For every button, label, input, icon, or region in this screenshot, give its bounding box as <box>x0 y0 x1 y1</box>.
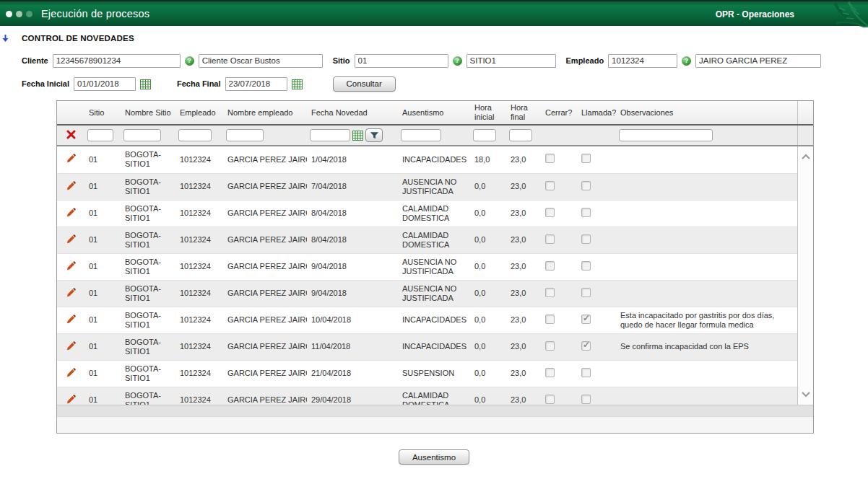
cell-observaciones: Se confirma incapacidad con la EPS <box>616 333 797 360</box>
edit-row-icon[interactable] <box>66 395 76 404</box>
cell-ausentismo: CALAMIDAD DOMESTICA <box>398 227 470 253</box>
fecha-final-calendar-icon[interactable] <box>292 79 303 89</box>
dot-icon <box>6 11 12 17</box>
cell-sitio: 01 <box>84 227 121 253</box>
cell-fecha-novedad: 10/04/2018 <box>307 307 398 333</box>
fecha-final-label: Fecha Final <box>177 79 221 88</box>
cell-hora-final: 23,0 <box>506 387 541 405</box>
cell-nombre-empleado: GARCIA PEREZ JAIRO <box>223 333 307 360</box>
grid-body: 01 BOGOTA-SITIO1 1012324 GARCIA PEREZ JA… <box>57 146 797 405</box>
consultar-button[interactable]: Consultar <box>333 76 396 92</box>
cell-hora-inicial: 0,0 <box>470 200 506 227</box>
llamada-checkbox <box>581 368 591 377</box>
cell-nombre-empleado: GARCIA PEREZ JAIRO <box>223 200 307 227</box>
fecha-final-input[interactable] <box>225 77 287 91</box>
table-row: 01 BOGOTA-SITIO1 1012324 GARCIA PEREZ JA… <box>57 200 797 227</box>
dot-icon <box>16 11 22 17</box>
cell-hora-inicial: 0,0 <box>470 280 506 307</box>
clear-filters-icon[interactable] <box>66 130 76 139</box>
cliente-code-input[interactable] <box>53 54 181 68</box>
filter-hora-final-input[interactable] <box>509 129 532 141</box>
cell-observaciones: Esta incapacitado por gastritis por dos … <box>616 307 797 333</box>
col-hora-final: Hora final <box>506 101 541 125</box>
cerrar-checkbox <box>545 181 555 190</box>
filter-funnel-button[interactable] <box>365 128 383 142</box>
cell-nombre-sitio: BOGOTA-SITIO1 <box>121 146 175 173</box>
cell-nombre-sitio: BOGOTA-SITIO1 <box>121 280 175 307</box>
empleado-name-input[interactable] <box>695 54 821 68</box>
cerrar-checkbox <box>545 368 555 377</box>
filter-hora-inicial-input[interactable] <box>473 129 496 141</box>
edit-row-icon[interactable] <box>66 368 76 377</box>
llamada-checkbox <box>581 341 591 351</box>
fecha-inicial-calendar-icon[interactable] <box>140 79 151 89</box>
edit-row-icon[interactable] <box>66 208 76 217</box>
filter-empleado-input[interactable] <box>178 129 212 141</box>
edit-row-icon[interactable] <box>66 341 76 351</box>
cell-ausentismo: CALAMIDAD DOMESTICA <box>398 387 470 405</box>
cell-hora-final: 23,0 <box>506 360 541 387</box>
filter-nombre-sitio-input[interactable] <box>123 129 161 141</box>
collapse-filters-icon[interactable] <box>1 34 9 45</box>
sitio-name-input[interactable] <box>466 54 556 68</box>
edit-row-icon[interactable] <box>66 288 76 297</box>
cerrar-checkbox <box>545 288 555 297</box>
table-row: 01 BOGOTA-SITIO1 1012324 GARCIA PEREZ JA… <box>57 253 797 280</box>
cell-hora-inicial: 0,0 <box>470 173 506 200</box>
cell-sitio: 01 <box>84 387 121 405</box>
scroll-down-icon[interactable] <box>801 391 811 397</box>
edit-row-icon[interactable] <box>66 234 76 244</box>
cliente-lookup-icon[interactable]: ? <box>185 56 194 66</box>
filter-fecha-calendar-icon[interactable] <box>352 130 363 141</box>
filter-observaciones-input[interactable] <box>619 129 713 141</box>
llamada-checkbox <box>581 234 591 244</box>
cell-sitio: 01 <box>84 307 121 333</box>
edit-row-icon[interactable] <box>66 261 76 271</box>
sitio-lookup-icon[interactable]: ? <box>453 56 462 66</box>
filter-fecha-input[interactable] <box>310 129 350 141</box>
ausentismo-button[interactable]: Ausentismo <box>399 449 469 465</box>
cell-observaciones <box>616 360 797 387</box>
cerrar-checkbox <box>545 154 555 163</box>
cell-fecha-novedad: 9/04/2018 <box>307 280 398 307</box>
filter-sitio-input[interactable] <box>87 129 113 141</box>
module-label: OPR - Operaciones <box>716 9 794 19</box>
cell-nombre-empleado: GARCIA PEREZ JAIRO <box>223 146 307 173</box>
filter-panel: Cliente ? Sitio ? Empleado ? Fecha Inici… <box>22 53 868 92</box>
vertical-scrollbar[interactable] <box>797 146 813 405</box>
llamada-checkbox <box>581 288 591 297</box>
empleado-code-input[interactable] <box>608 54 677 68</box>
app-title: Ejecución de procesos <box>41 8 149 19</box>
col-fecha-novedad: Fecha Novedad <box>307 101 398 125</box>
cell-nombre-sitio: BOGOTA-SITIO1 <box>121 173 175 200</box>
filter-ausentismo-input[interactable] <box>401 129 441 141</box>
cell-hora-final: 23,0 <box>506 146 541 173</box>
fern-decoration <box>802 1 868 27</box>
cell-hora-final: 23,0 <box>506 307 541 333</box>
edit-row-icon[interactable] <box>66 154 76 163</box>
cell-fecha-novedad: 8/04/2018 <box>307 227 398 253</box>
col-nombre-sitio: Nombre Sitio <box>121 101 175 125</box>
cell-nombre-empleado: GARCIA PEREZ JAIRO <box>223 387 307 405</box>
cell-observaciones <box>616 146 797 173</box>
col-llamada: Llamada? <box>577 101 616 125</box>
dot-icon <box>26 11 32 17</box>
sitio-code-input[interactable] <box>355 54 448 68</box>
edit-row-icon[interactable] <box>66 181 76 190</box>
empleado-lookup-icon[interactable]: ? <box>682 56 691 66</box>
llamada-checkbox <box>581 208 591 217</box>
horizontal-scrollbar[interactable] <box>57 405 813 416</box>
cell-fecha-novedad: 7/04/2018 <box>307 173 398 200</box>
scroll-up-icon[interactable] <box>801 154 811 160</box>
cell-hora-inicial: 0,0 <box>470 387 506 405</box>
cerrar-checkbox <box>545 234 555 244</box>
cliente-name-input[interactable] <box>199 54 323 68</box>
filter-nombre-empleado-input[interactable] <box>226 129 264 141</box>
cell-hora-final: 23,0 <box>506 333 541 360</box>
edit-row-icon[interactable] <box>66 315 76 324</box>
llamada-checkbox <box>581 395 591 404</box>
cell-fecha-novedad: 8/04/2018 <box>307 200 398 227</box>
cell-nombre-sitio: BOGOTA-SITIO1 <box>121 387 175 405</box>
cell-ausentismo: AUSENCIA NO JUSTIFICADA <box>398 253 470 280</box>
fecha-inicial-input[interactable] <box>74 77 136 91</box>
